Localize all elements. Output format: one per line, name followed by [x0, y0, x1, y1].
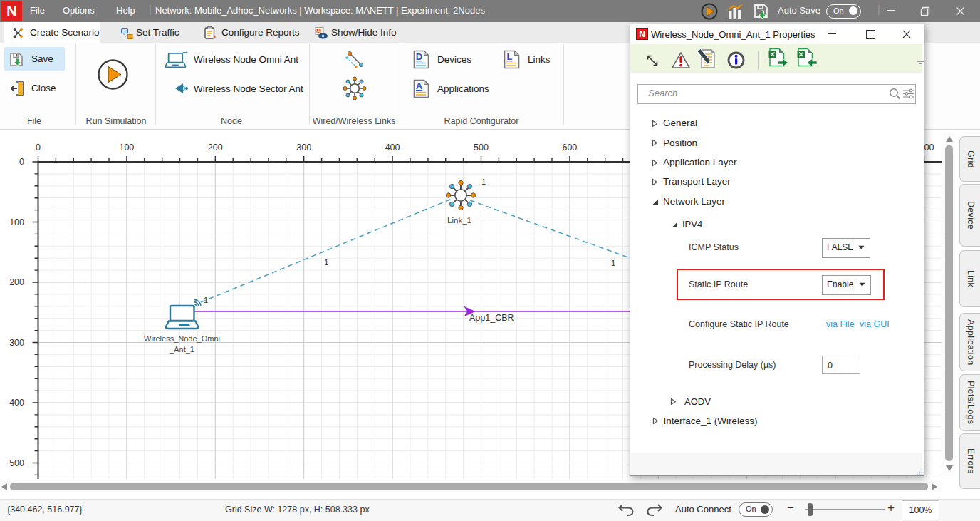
svg-text:1: 1	[611, 259, 615, 267]
svg-text:500: 500	[9, 458, 24, 468]
svg-text:L: L	[507, 51, 513, 62]
svg-text:400: 400	[385, 143, 400, 153]
svg-text:300: 300	[9, 338, 24, 348]
svg-text:A: A	[416, 81, 423, 91]
svg-text:200: 200	[208, 143, 223, 153]
svg-text:0: 0	[19, 157, 24, 167]
svg-text:100: 100	[119, 143, 134, 153]
svg-text:A: A	[317, 29, 320, 33]
svg-text:1: 1	[481, 177, 486, 186]
svg-text:400: 400	[9, 398, 24, 408]
svg-text:600: 600	[562, 143, 577, 153]
svg-text:300: 300	[296, 143, 311, 153]
svg-text:_Ant_1: _Ant_1	[169, 345, 194, 354]
svg-text:App1_CBR: App1_CBR	[469, 313, 514, 323]
svg-text:500: 500	[474, 143, 489, 153]
svg-text:100: 100	[9, 217, 24, 227]
svg-text:Wireless_Node_Omni: Wireless_Node_Omni	[144, 334, 220, 343]
svg-text:0: 0	[36, 143, 41, 153]
svg-text:D: D	[416, 51, 422, 62]
svg-text:1: 1	[324, 258, 328, 267]
svg-text:200: 200	[9, 277, 24, 287]
svg-text:Link_1: Link_1	[447, 216, 471, 225]
svg-text:1: 1	[204, 296, 208, 304]
